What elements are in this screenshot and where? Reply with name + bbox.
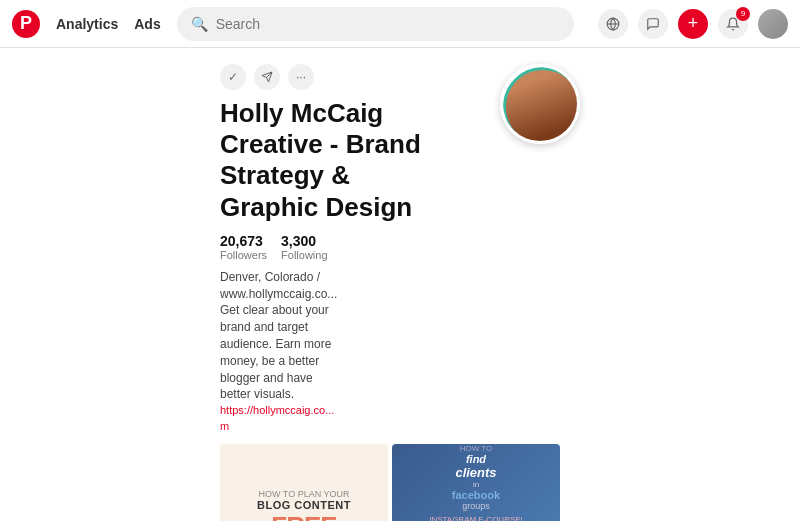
profile-section: ✓ ··· Holly McCaig Creative - Brand Stra… [0, 48, 800, 434]
nav-globe-icon[interactable] [598, 9, 628, 39]
user-avatar[interactable] [758, 9, 788, 39]
nav-links: Analytics Ads [56, 16, 161, 32]
featured-board[interactable]: HOW TO PLAN YOUR BLOG CONTENT FREE WITH … [220, 444, 580, 521]
search-bar[interactable]: 🔍 [177, 7, 574, 41]
featured-board-main-image: HOW TO PLAN YOUR BLOG CONTENT FREE WITH … [220, 444, 388, 521]
verified-icon[interactable]: ✓ [220, 64, 246, 90]
nav-add-button[interactable]: + [678, 9, 708, 39]
top-nav: P Analytics Ads 🔍 + 9 [0, 0, 800, 48]
profile-actions: ✓ ··· [220, 64, 480, 90]
nav-ads[interactable]: Ads [134, 16, 160, 32]
profile-bio: Denver, Colorado / www.hollymccaig.co...… [220, 269, 420, 434]
profile-name: Holly McCaig Creative - Brand Strategy &… [220, 98, 480, 223]
more-options-icon[interactable]: ··· [288, 64, 314, 90]
pinterest-logo[interactable]: P [12, 10, 40, 38]
profile-info: ✓ ··· Holly McCaig Creative - Brand Stra… [220, 64, 480, 434]
search-input[interactable] [216, 16, 560, 32]
share-icon[interactable] [254, 64, 280, 90]
nav-actions: + 9 [598, 9, 788, 39]
featured-sub-image-1: HOW TO find clients in facebook groups I… [392, 444, 560, 521]
followers-stat: 20,673 Followers [220, 233, 267, 261]
nav-notification-button[interactable]: 9 [718, 9, 748, 39]
following-stat: 3,300 Following [281, 233, 327, 261]
nav-chat-icon[interactable] [638, 9, 668, 39]
notification-badge: 9 [736, 7, 750, 21]
nav-analytics[interactable]: Analytics [56, 16, 118, 32]
featured-board-section: HOW TO PLAN YOUR BLOG CONTENT FREE WITH … [0, 434, 800, 521]
featured-board-sub-images: HOW TO find clients in facebook groups I… [392, 444, 560, 521]
search-icon: 🔍 [191, 16, 208, 32]
profile-stats: 20,673 Followers 3,300 Following [220, 233, 480, 261]
profile-avatar [500, 64, 580, 144]
